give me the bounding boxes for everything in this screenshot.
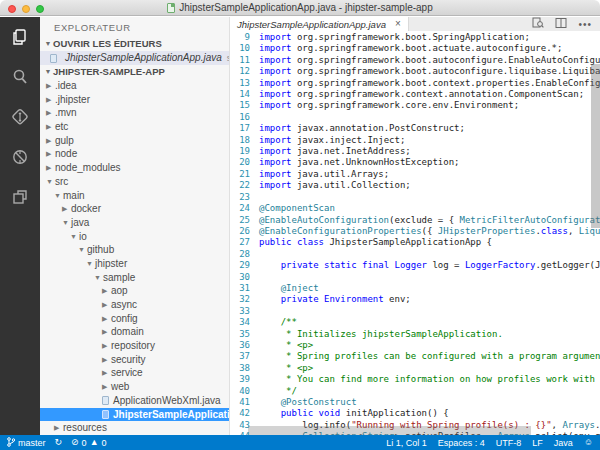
code-text: * You can find more information on how p… bbox=[259, 374, 600, 385]
tree-item-java[interactable]: ▼java bbox=[40, 216, 229, 230]
open-editors-header[interactable]: ▼ OUVRIR LES ÉDITEURS bbox=[40, 37, 229, 51]
tree-item-node-modules[interactable]: ▶node_modules bbox=[40, 161, 229, 175]
sync-button[interactable]: ↻ bbox=[55, 438, 63, 447]
feedback-smiley-icon[interactable]: ☺ bbox=[584, 438, 593, 447]
code-line-38[interactable]: 38 * <p> bbox=[230, 363, 600, 374]
code-line-24[interactable]: 24@ComponentScan bbox=[230, 203, 600, 214]
code-line-30[interactable]: 30 bbox=[230, 272, 600, 283]
code-editor[interactable]: 9import org.springframework.boot.SpringA… bbox=[230, 31, 600, 435]
open-editor-item[interactable]: JhipsterSampleApplicationApp.java src/m.… bbox=[40, 51, 229, 65]
tab-jhipstersampleapplicationapp[interactable]: JhipsterSampleApplicationApp.java × bbox=[230, 17, 409, 31]
minimize-window-button[interactable] bbox=[22, 5, 30, 13]
code-line-42[interactable]: 42 public void initApplication() { bbox=[230, 408, 600, 419]
code-line-31[interactable]: 31 @Inject bbox=[230, 283, 600, 294]
tree-item-domain[interactable]: ▶domain bbox=[40, 325, 229, 339]
tree-item-resources[interactable]: ▶resources bbox=[40, 421, 229, 435]
code-line-32[interactable]: 32 private Environment env; bbox=[230, 294, 600, 305]
code-line-35[interactable]: 35 * Initializes jhipsterSampleApplicati… bbox=[230, 329, 600, 340]
tree-item-security[interactable]: ▶security bbox=[40, 353, 229, 367]
code-line-13[interactable]: 13import org.springframework.boot.contex… bbox=[230, 78, 600, 89]
tree-item-web[interactable]: ▶web bbox=[40, 380, 229, 394]
indentation-setting[interactable]: Espaces : 4 bbox=[438, 438, 485, 448]
tree-item-async[interactable]: ▶async bbox=[40, 298, 229, 312]
extensions-icon bbox=[10, 187, 30, 207]
code-line-23[interactable]: 23 bbox=[230, 192, 600, 203]
activity-debug-button[interactable] bbox=[0, 137, 40, 177]
code-line-19[interactable]: 19import java.net.InetAddress; bbox=[230, 146, 600, 157]
line-number: 27 bbox=[230, 237, 250, 248]
chevron-collapsed-icon: ▶ bbox=[46, 161, 55, 175]
language-mode[interactable]: Java bbox=[554, 438, 573, 448]
search-icon bbox=[10, 67, 30, 87]
close-tab-icon[interactable]: × bbox=[395, 19, 401, 29]
git-branch-status[interactable]: master bbox=[7, 437, 46, 449]
zoom-window-button[interactable] bbox=[36, 5, 44, 13]
code-text: private static final Logger log = Logger… bbox=[259, 260, 600, 271]
code-line-14[interactable]: 14import org.springframework.context.ann… bbox=[230, 89, 600, 100]
code-line-26[interactable]: 26@EnableConfigurationProperties({ JHips… bbox=[230, 226, 600, 237]
code-line-9[interactable]: 9import org.springframework.boot.SpringA… bbox=[230, 32, 600, 43]
activity-search-button[interactable] bbox=[0, 57, 40, 97]
tree-item-applicationwebxml-java[interactable]: ApplicationWebXml.java bbox=[40, 394, 229, 408]
code-line-28[interactable]: 28 bbox=[230, 249, 600, 260]
line-number: 42 bbox=[230, 408, 250, 419]
tree-item-etc[interactable]: ▶etc bbox=[40, 120, 229, 134]
code-line-10[interactable]: 10import org.springframework.boot.actuat… bbox=[230, 43, 600, 54]
tree-item-github[interactable]: ▼github bbox=[40, 243, 229, 257]
problems-status[interactable]: ⊘ 0 ▲ 0 bbox=[71, 438, 107, 448]
tree-item-gulp[interactable]: ▶gulp bbox=[40, 134, 229, 148]
tree-item-sample[interactable]: ▼sample bbox=[40, 271, 229, 285]
tree-item-io[interactable]: ▼io bbox=[40, 230, 229, 244]
tree-item--idea[interactable]: ▶.idea bbox=[40, 79, 229, 93]
code-line-36[interactable]: 36 * <p> bbox=[230, 340, 600, 351]
tree-item-repository[interactable]: ▶repository bbox=[40, 339, 229, 353]
tree-item-main[interactable]: ▼main bbox=[40, 189, 229, 203]
code-line-20[interactable]: 20import java.net.UnknownHostException; bbox=[230, 157, 600, 168]
project-section-header[interactable]: ▼ JHIPSTER-SAMPLE-APP bbox=[40, 65, 229, 79]
chevron-expanded-icon: ▼ bbox=[62, 216, 71, 230]
tree-item-jhipster[interactable]: ▼jhipster bbox=[40, 257, 229, 271]
tree-item--jhipster[interactable]: ▶.jhipster bbox=[40, 93, 229, 107]
activity-extensions-button[interactable] bbox=[0, 177, 40, 217]
code-line-27[interactable]: 27public class JhipsterSampleApplication… bbox=[230, 237, 600, 248]
code-text: public class JhipsterSampleApplicationAp… bbox=[259, 237, 492, 248]
tree-item--mvn[interactable]: ▶.mvn bbox=[40, 106, 229, 120]
vertical-scrollbar-thumb[interactable] bbox=[591, 64, 600, 228]
activity-source-control-button[interactable] bbox=[0, 97, 40, 137]
tree-item-jhipstersampleapplicationapp-java[interactable]: JhipsterSampleApplicationApp.java bbox=[40, 408, 229, 422]
code-line-39[interactable]: 39 * You can find more information on ho… bbox=[230, 374, 600, 385]
code-line-40[interactable]: 40 */ bbox=[230, 386, 600, 397]
code-line-41[interactable]: 41 @PostConstruct bbox=[230, 397, 600, 408]
tree-item-service[interactable]: ▶service bbox=[40, 366, 229, 380]
line-number: 19 bbox=[230, 146, 250, 157]
code-line-21[interactable]: 21import java.util.Arrays; bbox=[230, 169, 600, 180]
cursor-position[interactable]: Li 1, Col 1 bbox=[386, 438, 427, 448]
tree-item-docker[interactable]: ▶docker bbox=[40, 202, 229, 216]
more-actions-icon[interactable]: ••• bbox=[578, 19, 592, 30]
code-line-37[interactable]: 37 * Spring profiles can be configured w… bbox=[230, 351, 600, 362]
code-line-12[interactable]: 12import org.springframework.boot.autoco… bbox=[230, 66, 600, 77]
tree-item-src[interactable]: ▼src bbox=[40, 175, 229, 189]
code-line-17[interactable]: 17import javax.annotation.PostConstruct; bbox=[230, 123, 600, 134]
code-line-34[interactable]: 34 /** bbox=[230, 317, 600, 328]
tree-item-node[interactable]: ▶node bbox=[40, 147, 229, 161]
code-line-29[interactable]: 29 private static final Logger log = Log… bbox=[230, 260, 600, 271]
code-line-16[interactable]: 16 bbox=[230, 112, 600, 123]
code-line-25[interactable]: 25@EnableAutoConfiguration(exclude = { M… bbox=[230, 215, 600, 226]
tree-item-aop[interactable]: ▶aop bbox=[40, 284, 229, 298]
encoding-setting[interactable]: UTF-8 bbox=[496, 438, 522, 448]
close-window-button[interactable] bbox=[8, 5, 16, 13]
code-line-15[interactable]: 15import org.springframework.core.env.En… bbox=[230, 100, 600, 111]
tree-item-config[interactable]: ▶config bbox=[40, 312, 229, 326]
explorer-icon bbox=[10, 27, 30, 47]
code-line-22[interactable]: 22import java.util.Collection; bbox=[230, 180, 600, 191]
line-number: 28 bbox=[230, 249, 250, 260]
code-line-18[interactable]: 18import javax.inject.Inject; bbox=[230, 135, 600, 146]
chevron-collapsed-icon: ▶ bbox=[46, 120, 55, 134]
activity-explorer-button[interactable] bbox=[0, 17, 40, 57]
horizontal-scrollbar-thumb[interactable] bbox=[248, 426, 531, 435]
code-line-33[interactable]: 33 bbox=[230, 306, 600, 317]
tree-item-label: .jhipster bbox=[55, 93, 90, 107]
eol-setting[interactable]: LF bbox=[532, 438, 543, 448]
code-line-11[interactable]: 11import org.springframework.boot.autoco… bbox=[230, 55, 600, 66]
